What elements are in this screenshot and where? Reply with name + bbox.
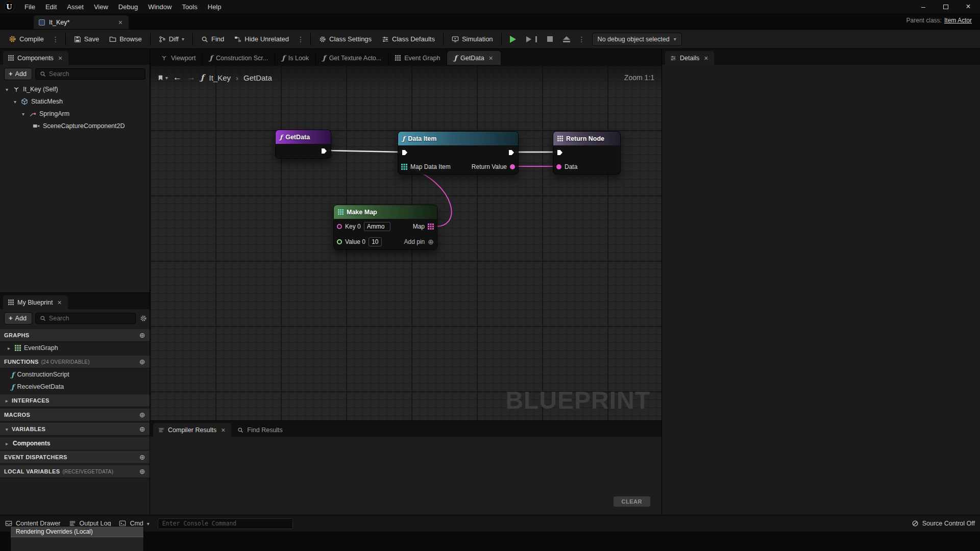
- class-defaults-button[interactable]: Class Defaults: [377, 32, 439, 46]
- save-button[interactable]: Save: [69, 32, 104, 46]
- node-make-map[interactable]: Make Map Key 0 Map: [333, 205, 437, 250]
- back-arrow-icon[interactable]: ←: [173, 72, 182, 83]
- exec-out-pin[interactable]: [508, 149, 515, 156]
- find-button[interactable]: Find: [197, 32, 229, 46]
- tab-find-results[interactable]: Find Results: [232, 423, 287, 437]
- gear-icon[interactable]: [140, 315, 147, 322]
- source-control-button[interactable]: Source Control Off: [912, 520, 975, 527]
- component-row-staticmesh[interactable]: ▾ StaticMesh: [0, 95, 150, 108]
- frame-skip-button[interactable]: [522, 32, 542, 46]
- unreal-logo-icon[interactable]: U: [4, 2, 14, 12]
- caret-right-icon[interactable]: ▸: [4, 441, 10, 446]
- class-settings-button[interactable]: Class Settings: [314, 32, 376, 46]
- caret-down-icon[interactable]: ▾: [4, 87, 10, 92]
- component-row-scenecapture[interactable]: SceneCaptureComponent2D: [0, 120, 150, 132]
- my-blueprint-search-input[interactable]: [49, 315, 131, 322]
- graph-tab-is-look[interactable]: ƒ Is Look: [275, 51, 316, 65]
- close-icon[interactable]: ×: [57, 55, 63, 62]
- variable-category-components[interactable]: ▸ Components: [0, 437, 150, 449]
- plus-circle-icon[interactable]: ⊕: [139, 411, 145, 418]
- graph-canvas[interactable]: ▾ ← → ƒ It_Key › GetData Zoom 1:1: [150, 65, 662, 420]
- wire-exec-getdata-dataitem[interactable]: [328, 151, 401, 152]
- menu-item-debug[interactable]: Debug: [113, 2, 143, 12]
- menu-item-help[interactable]: Help: [203, 2, 227, 12]
- node-return[interactable]: Return Node Data: [553, 131, 621, 174]
- exec-in-pin[interactable]: [556, 149, 564, 156]
- hide-unrelated-options-icon[interactable]: ⋮: [295, 35, 307, 43]
- close-icon[interactable]: ×: [117, 19, 124, 26]
- stop-button[interactable]: [543, 32, 557, 46]
- section-header-event-dispatchers[interactable]: EVENT DISPATCHERS ⊕: [0, 451, 150, 464]
- section-header-functions[interactable]: FUNCTIONS (24 OVERRIDABLE) ⊕: [0, 356, 150, 368]
- node-header[interactable]: Make Map: [334, 205, 437, 219]
- node-header[interactable]: Return Node: [553, 132, 620, 145]
- diff-button[interactable]: Diff ▾: [154, 32, 189, 46]
- menu-item-window[interactable]: Window: [143, 2, 177, 12]
- component-row-it-key[interactable]: ▾ It_Key (Self): [0, 83, 150, 95]
- section-header-local-variables[interactable]: LOCAL VARIABLES (RECEIVEGETDATA) ⊕: [0, 465, 150, 478]
- menu-item-file[interactable]: File: [19, 2, 40, 12]
- minimize-icon[interactable]: –: [919, 3, 928, 11]
- value-0-pin[interactable]: [337, 239, 342, 244]
- exec-out-pin[interactable]: [321, 147, 328, 155]
- play-options-icon[interactable]: ⋮: [576, 35, 588, 43]
- section-header-interfaces[interactable]: ▸ INTERFACES: [0, 394, 150, 407]
- simulation-button[interactable]: Simulation: [447, 32, 498, 46]
- play-button[interactable]: [505, 32, 521, 46]
- caret-down-icon[interactable]: ▾: [20, 111, 26, 117]
- plus-circle-icon[interactable]: ⊕: [139, 454, 145, 461]
- section-header-variables[interactable]: ▾ VARIABLES ⊕: [0, 423, 150, 436]
- add-pin-icon[interactable]: ⊕: [428, 238, 434, 245]
- add-blueprint-item-button[interactable]: + Add: [4, 312, 32, 324]
- data-pin[interactable]: [556, 164, 561, 169]
- plus-circle-icon[interactable]: ⊕: [139, 358, 145, 365]
- bookmark-flag-icon[interactable]: ▾: [157, 74, 168, 81]
- breadcrumb-root[interactable]: It_Key: [209, 73, 231, 82]
- return-value-pin[interactable]: [510, 164, 515, 169]
- graph-tab-event-graph[interactable]: Event Graph: [388, 51, 447, 65]
- close-icon[interactable]: ×: [56, 299, 62, 306]
- breadcrumb-current[interactable]: GetData: [243, 73, 272, 82]
- node-header[interactable]: ƒ GetData: [276, 130, 331, 144]
- maximize-icon[interactable]: [941, 3, 950, 11]
- menu-item-edit[interactable]: Edit: [40, 2, 62, 12]
- exec-in-pin[interactable]: [401, 149, 408, 156]
- caret-down-icon[interactable]: ▾: [4, 427, 10, 432]
- section-header-macros[interactable]: MACROS ⊕: [0, 409, 150, 421]
- node-data-item[interactable]: ƒ Data Item Map Data: [398, 131, 519, 174]
- debug-object-dropdown[interactable]: No debug object selected ▾: [592, 33, 682, 46]
- graph-tab-viewport[interactable]: Viewport: [154, 51, 203, 65]
- tab-my-blueprint[interactable]: My Blueprint ×: [3, 295, 68, 309]
- eject-button[interactable]: [558, 32, 575, 46]
- components-search-input[interactable]: [49, 70, 141, 78]
- hide-unrelated-button[interactable]: Hide Unrelated: [230, 32, 293, 46]
- tab-compiler-results[interactable]: Compiler Results ×: [153, 423, 231, 437]
- menu-item-rendering-overrides[interactable]: Rendering Overrides (Local): [11, 527, 143, 537]
- browse-button[interactable]: Browse: [105, 32, 146, 46]
- caret-right-icon[interactable]: ▸: [6, 345, 12, 351]
- graph-tab-getdata[interactable]: ƒ GetData ×: [447, 51, 500, 65]
- node-getdata[interactable]: ƒ GetData: [275, 130, 331, 159]
- caret-right-icon[interactable]: ▸: [4, 398, 10, 404]
- graph-tab-construction-script[interactable]: ƒ Construction Scr...: [203, 51, 275, 65]
- close-icon[interactable]: ×: [488, 55, 494, 62]
- menu-item-view[interactable]: View: [89, 2, 113, 12]
- component-row-springarm[interactable]: ▾ SpringArm: [0, 108, 150, 120]
- tab-components[interactable]: Components ×: [3, 51, 68, 65]
- section-header-graphs[interactable]: GRAPHS ⊕: [0, 329, 150, 342]
- plus-circle-icon[interactable]: ⊕: [139, 425, 145, 433]
- add-component-button[interactable]: + Add: [4, 68, 32, 80]
- menu-item-asset[interactable]: Asset: [62, 2, 89, 12]
- close-icon[interactable]: ×: [964, 2, 973, 11]
- graph-tab-get-texture-actor[interactable]: ƒ Get Texture Acto...: [316, 51, 388, 65]
- close-icon[interactable]: ×: [220, 427, 226, 434]
- function-row-constructionscript[interactable]: ƒ ConstructionScript: [0, 368, 150, 381]
- compile-button[interactable]: Compile: [4, 32, 48, 46]
- caret-down-icon[interactable]: ▾: [12, 99, 18, 105]
- tab-details[interactable]: Details ×: [665, 51, 714, 65]
- map-out-pin[interactable]: [428, 223, 434, 230]
- parent-class-link[interactable]: Item Actor: [944, 17, 972, 24]
- key-0-input[interactable]: [364, 222, 390, 231]
- console-command-input[interactable]: [158, 518, 293, 529]
- map-pin[interactable]: [401, 164, 407, 170]
